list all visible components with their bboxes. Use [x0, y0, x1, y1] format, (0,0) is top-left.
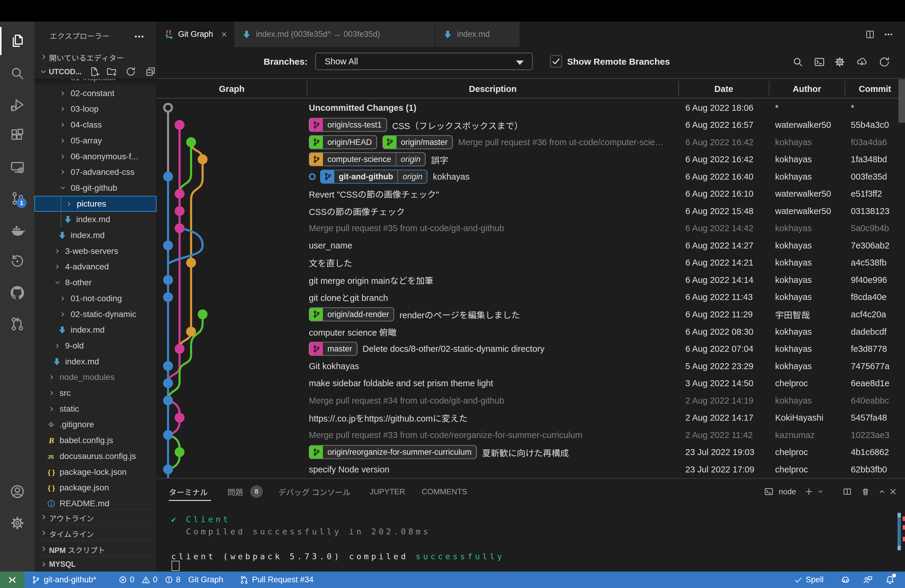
tree-item-static[interactable]: static	[35, 401, 157, 417]
column-header-author[interactable]: Author	[769, 79, 845, 99]
status-problems[interactable]: 008	[118, 572, 181, 588]
activity-item-docker[interactable]	[0, 215, 35, 245]
column-header-commit[interactable]: Commit	[845, 79, 905, 99]
tree-item-package-json[interactable]: { }package.json	[35, 480, 157, 496]
commit-row-15[interactable]: masterDelete docs/8-other/02-static-dyna…	[157, 340, 905, 358]
branch-badge[interactable]: computer-scienceorigin	[309, 153, 426, 167]
commit-row-4[interactable]: computer-scienceorigin誤字6 Aug 2022 16:42…	[157, 151, 905, 168]
toolbar-search-button[interactable]	[792, 56, 804, 68]
commit-row-22[interactable]: specify Node version23 Jul 2022 17:09che…	[157, 461, 905, 478]
commit-row-5[interactable]: git-and-githuboriginkokhayas6 Aug 2022 1…	[157, 168, 905, 185]
column-separator[interactable]	[307, 81, 307, 97]
commit-row-9[interactable]: user_name6 Aug 2022 14:27kokhayas7e306ab…	[157, 237, 905, 254]
commit-row-12[interactable]: git cloneとgit branch6 Aug 2022 11:43kokh…	[157, 289, 905, 306]
tree-item-07-advanced-css[interactable]: 07-advanced-css	[35, 164, 157, 180]
tree-item-03-loop[interactable]: 03-loop	[35, 101, 157, 117]
activity-item-accounts[interactable]	[0, 476, 35, 507]
activity-item-extensions[interactable]	[0, 120, 35, 151]
tree-item-index-md[interactable]: index.md	[35, 354, 157, 369]
tree-item-docusaurus-config-js[interactable]: JSdocusaurus.config.js	[35, 448, 157, 464]
panel-tab-comments[interactable]: COMMENTS	[422, 483, 467, 500]
branch-badge[interactable]: origin/add-render	[309, 307, 394, 321]
show-remote-branches-checkbox[interactable]	[550, 56, 562, 67]
terminal-shell-label[interactable]: node	[779, 487, 796, 496]
tree-item-babel-config-js[interactable]: Bbabel.config.js	[35, 432, 157, 448]
tree-item-index-md[interactable]: index.md	[35, 212, 157, 227]
terminal-scrollbar[interactable]	[897, 513, 901, 550]
activity-item-settings[interactable]	[0, 507, 35, 539]
column-header-graph[interactable]: Graph	[157, 79, 307, 99]
toolbar-gear-button[interactable]	[834, 56, 846, 68]
toolbar-terminal-button[interactable]	[813, 56, 826, 68]
tree-item-index-md[interactable]: index.md	[35, 227, 157, 243]
tab-git-graph[interactable]: Git Graph	[157, 22, 234, 47]
tree-item-04-class[interactable]: 04-class	[35, 117, 157, 133]
new-terminal-button[interactable]	[804, 487, 814, 496]
commit-row-2[interactable]: origin/css-test1CSS（フレックスボックスまで）6 Aug 20…	[157, 116, 905, 134]
commit-row-6[interactable]: Revert "CSSの節の画像チェック"6 Aug 2022 16:10wat…	[157, 185, 905, 203]
activity-item-explorer[interactable]	[0, 25, 35, 57]
column-header-date[interactable]: Date	[679, 79, 769, 99]
tree-item-9-old[interactable]: 9-old	[35, 338, 157, 354]
collapse-all-button[interactable]	[145, 66, 156, 77]
tab-index-md-003fe35d-003fe3[interactable]: index.md (003fe35d^ ↔ 003fe35d)	[234, 22, 435, 47]
branch-badge[interactable]: origin/master	[383, 135, 453, 149]
remote-indicator[interactable]	[0, 572, 25, 588]
kill-terminal-button[interactable]	[861, 487, 870, 496]
activity-item-history[interactable]	[0, 246, 35, 277]
panel-tab-terminal[interactable]: ターミナル	[169, 483, 208, 500]
tree-item-src[interactable]: src	[35, 385, 157, 401]
tree-item-06-anonymous-f-[interactable]: 06-anonymous-f...	[35, 148, 157, 164]
activity-item-remote-explorer[interactable]	[0, 151, 35, 183]
panel-tab-jupyter[interactable]: JUPYTER	[370, 483, 405, 500]
tree-item-3-web-servers[interactable]: 3-web-servers	[35, 243, 157, 259]
commit-row-3[interactable]: origin/HEADorigin/masterMerge pull reque…	[157, 133, 905, 151]
terminal-shell-icon[interactable]	[764, 486, 774, 497]
toolbar-cloud-download-button[interactable]	[856, 56, 868, 68]
branch-badge[interactable]: origin/HEAD	[309, 135, 377, 149]
workspace-section-header[interactable]: UTCOD...	[35, 65, 157, 79]
activity-item-pull-requests[interactable]	[0, 308, 35, 340]
commit-row-19[interactable]: https://.co.jpをhttps://github.comに変えた2 A…	[157, 409, 905, 426]
tree-item-05-array[interactable]: 05-array	[35, 133, 157, 148]
section--[interactable]: タイムライン	[35, 525, 157, 541]
tab-index-md[interactable]: index.md	[435, 22, 520, 47]
refresh-button[interactable]	[125, 66, 136, 77]
commit-row-1[interactable]: Uncommitted Changes (1)6 Aug 2022 18:06*…	[157, 99, 905, 116]
tree-item--gitignore[interactable]: .gitignore	[35, 417, 157, 432]
more-actions-icon[interactable]	[883, 29, 894, 40]
launch-profile-button[interactable]	[817, 488, 824, 496]
tree-item-4-advanced[interactable]: 4-advanced	[35, 259, 157, 275]
column-header-description[interactable]: Description	[307, 79, 679, 99]
tree-item-8-other[interactable]: 8-other	[35, 275, 157, 291]
tree-item-node-modules[interactable]: node_modules	[35, 369, 157, 385]
status-notifications[interactable]	[884, 572, 895, 588]
editor-scrollbar[interactable]	[899, 79, 905, 123]
branch-badge[interactable]: origin/reorganize-for-summer-curriculum	[309, 445, 477, 459]
column-separator[interactable]	[845, 81, 845, 97]
column-separator[interactable]	[769, 81, 769, 97]
tree-item-package-lock-json[interactable]: { }package-lock.json	[35, 464, 157, 480]
tree-item-index-md[interactable]: index.md	[35, 322, 157, 338]
tree-item-01-not-coding[interactable]: 01-not-coding	[35, 291, 157, 306]
status-branch[interactable]: git-and-github*	[31, 572, 96, 588]
tree-item-pictures[interactable]: pictures	[35, 196, 157, 212]
column-separator[interactable]	[678, 81, 679, 97]
branch-badge[interactable]: git-and-githuborigin	[320, 170, 427, 184]
commit-row-21[interactable]: origin/reorganize-for-summer-curriculum夏…	[157, 443, 905, 461]
panel-tab-debug-console[interactable]: デバッグ コンソール	[278, 483, 351, 500]
activity-item-run-debug[interactable]	[0, 89, 35, 120]
split-editor-icon[interactable]	[865, 29, 875, 40]
new-file-button[interactable]	[89, 66, 100, 77]
commit-row-16[interactable]: Git kokhayas5 Aug 2022 23:29kokhayas7475…	[157, 358, 905, 375]
activity-item-github[interactable]	[0, 277, 35, 308]
maximize-panel-button[interactable]	[877, 487, 887, 496]
section--[interactable]: アウトライン	[35, 509, 157, 525]
section-mysql[interactable]: MYSQL	[35, 556, 157, 572]
tree-item-08-git-github[interactable]: 08-git-github	[35, 180, 157, 196]
commit-row-13[interactable]: origin/add-renderrenderのページを編集しました6 Aug …	[157, 306, 905, 323]
panel-tab-problems[interactable]: 問題	[227, 483, 243, 500]
close-panel-button[interactable]	[888, 487, 898, 496]
status-spell[interactable]: Spell	[794, 572, 824, 588]
status-feedback[interactable]	[862, 572, 873, 588]
